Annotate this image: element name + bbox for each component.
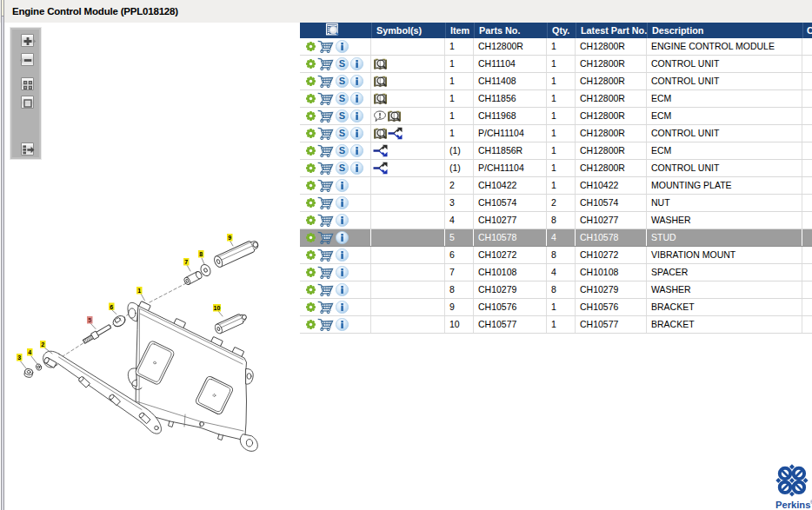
svg-text:5: 5 [88,317,91,323]
svg-text:S: S [339,128,345,138]
svg-text:10: 10 [214,305,221,311]
svg-text:3: 3 [17,354,21,361]
svg-text:S: S [339,93,345,103]
svg-text:2: 2 [41,341,44,348]
svg-text:S: S [339,145,345,156]
svg-text:Perkins: Perkins [775,500,810,510]
svg-text:8: 8 [199,251,203,257]
svg-text:S: S [339,162,345,173]
svg-text:4: 4 [28,349,31,355]
svg-text:S: S [339,76,345,86]
svg-text:S: S [339,110,345,121]
svg-text:9: 9 [228,235,231,241]
svg-text:7: 7 [184,259,188,265]
svg-text:6: 6 [110,304,113,310]
svg-text:1: 1 [137,288,141,294]
svg-text:S: S [339,58,345,69]
